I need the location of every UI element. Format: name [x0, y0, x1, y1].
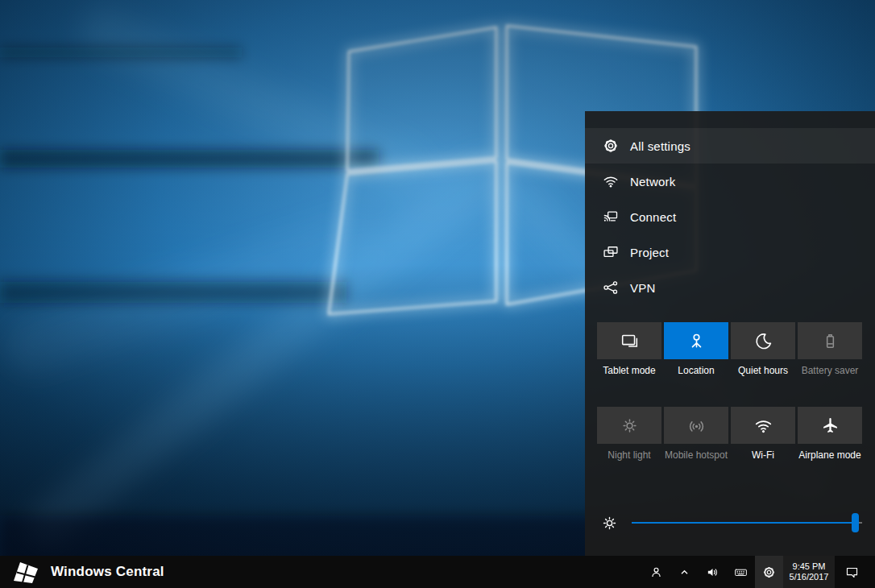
quick-link-all-settings[interactable]: All settings: [585, 128, 875, 164]
tile-cell-wifi: Wi-Fi: [731, 407, 795, 461]
clock-time: 9:45 PM: [793, 561, 826, 572]
tile-quiet-hours[interactable]: [731, 322, 795, 359]
tile-cell-battery-saver: Battery saver: [798, 322, 862, 376]
windows-central-logo[interactable]: [11, 560, 40, 584]
brightness-slider-thumb[interactable]: [852, 513, 859, 532]
connect-icon: [603, 209, 619, 225]
quick-link-label: Network: [630, 175, 675, 188]
battery-saver-icon: [821, 332, 840, 350]
quick-action-tiles-row-2: Night light Mobile hotspot: [597, 407, 862, 461]
brightness-row: [585, 510, 875, 536]
gear-icon: [603, 138, 619, 154]
settings-gear-icon: [762, 565, 776, 579]
quick-link-label: VPN: [630, 281, 655, 295]
taskbar: Windows Central: [0, 556, 875, 588]
windows-central-label: Windows Central: [51, 564, 164, 580]
system-tray: 9:45 PM 5/16/2017: [642, 556, 875, 588]
quick-link-label: Connect: [630, 210, 676, 224]
action-center-icon: [845, 565, 859, 579]
brightness-sun-icon: [601, 515, 618, 532]
tile-cell-location: Location: [664, 322, 728, 376]
airplane-mode-icon: [821, 416, 840, 435]
action-center-button[interactable]: [835, 556, 869, 588]
tile-airplane-mode[interactable]: [798, 407, 862, 444]
quick-link-network[interactable]: Network: [585, 164, 875, 199]
taskbar-left: Windows Central: [0, 556, 164, 588]
tile-cell-quiet-hours: Quiet hours: [731, 322, 795, 376]
clock-date: 5/16/2017: [790, 572, 829, 582]
tile-battery-saver[interactable]: [798, 322, 862, 359]
quick-link-connect[interactable]: Connect: [585, 199, 875, 234]
clock[interactable]: 9:45 PM 5/16/2017: [783, 556, 835, 588]
tile-label: Quiet hours: [738, 366, 788, 376]
touch-keyboard-button[interactable]: [727, 556, 755, 588]
volume-icon: [706, 565, 719, 579]
show-hidden-icons-button[interactable]: [670, 556, 699, 588]
night-light-icon: [620, 416, 639, 435]
wifi-icon: [754, 416, 773, 435]
volume-button[interactable]: [699, 556, 727, 588]
tile-label: Battery saver: [802, 366, 859, 376]
tile-label: Wi-Fi: [752, 450, 774, 461]
tablet-mode-icon: [620, 332, 639, 350]
tile-tablet-mode[interactable]: [597, 322, 661, 359]
people-icon: [649, 565, 663, 579]
touch-keyboard-icon: [734, 565, 748, 579]
quick-action-tiles-row-1: Tablet mode Location: [597, 322, 862, 376]
quick-link-project[interactable]: Project: [585, 234, 875, 270]
settings-button[interactable]: [755, 556, 783, 588]
location-icon: [687, 332, 706, 350]
tile-label: Airplane mode: [798, 450, 860, 461]
tile-label: Location: [678, 366, 714, 376]
tile-cell-tablet-mode: Tablet mode: [597, 322, 661, 376]
brightness-slider-fill: [632, 522, 855, 524]
quick-links: All settings Network: [585, 111, 875, 305]
tile-label: Mobile hotspot: [665, 450, 728, 461]
tile-cell-mobile-hotspot: Mobile hotspot: [664, 407, 728, 461]
tile-cell-airplane-mode: Airplane mode: [798, 407, 862, 461]
tile-mobile-hotspot[interactable]: [664, 407, 728, 444]
desktop: All settings Network: [0, 0, 875, 588]
project-icon: [603, 244, 619, 260]
people-button[interactable]: [642, 556, 670, 588]
quick-link-vpn[interactable]: VPN: [585, 270, 875, 305]
chevron-up-icon: [678, 565, 691, 579]
tile-label: Tablet mode: [603, 366, 655, 376]
quick-link-label: All settings: [630, 139, 690, 153]
tile-cell-night-light: Night light: [597, 407, 661, 461]
brightness-slider[interactable]: [632, 513, 862, 532]
vpn-icon: [603, 280, 619, 296]
quiet-hours-icon: [754, 332, 773, 350]
wifi-icon: [603, 173, 619, 189]
tile-wifi[interactable]: [731, 407, 795, 444]
quick-link-label: Project: [630, 246, 669, 259]
tile-label: Night light: [608, 450, 650, 461]
tile-night-light[interactable]: [597, 407, 661, 444]
mobile-hotspot-icon: [687, 416, 706, 435]
tile-location[interactable]: [664, 322, 728, 359]
action-center-panel: All settings Network: [585, 111, 875, 556]
